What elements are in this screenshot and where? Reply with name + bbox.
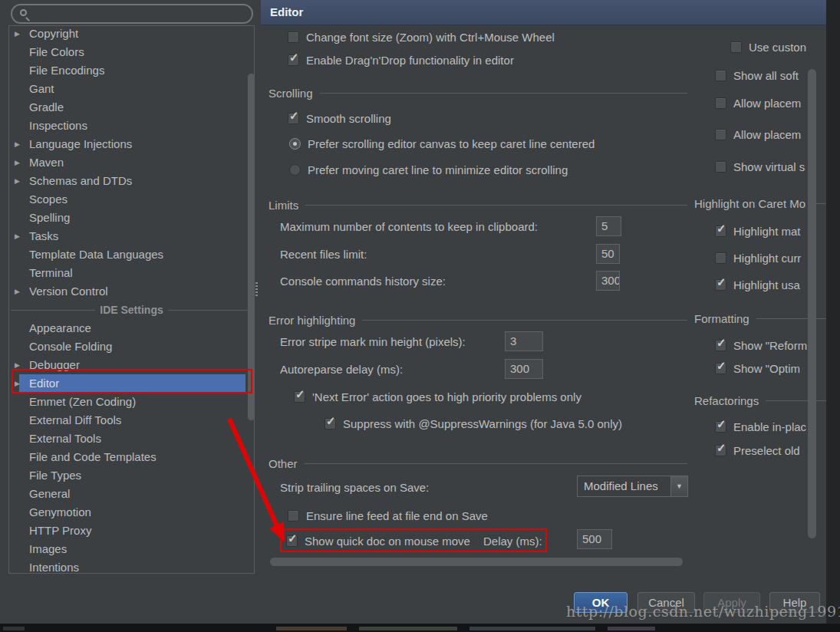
use-custom-checkbox-row[interactable]: Use custon — [730, 38, 806, 56]
clipboard-limit-field[interactable]: 5 — [596, 216, 621, 236]
checkbox[interactable] — [730, 41, 742, 53]
radio-label: Prefer scrolling editor canvas to keep c… — [308, 137, 595, 150]
enable-in-place-checkbox-row[interactable]: ✓ Enable in-plac — [715, 417, 806, 436]
preselect-old-checkbox-row[interactable]: ✓ Preselect old — [715, 441, 800, 459]
sidebar-item-label: Images — [29, 542, 67, 555]
sidebar-item-scopes[interactable]: Scopes — [9, 190, 254, 209]
sidebar-item-file-types[interactable]: File Types — [9, 466, 254, 485]
chevron-right-icon[interactable]: ▶ — [15, 135, 20, 153]
checkbox[interactable]: ✓ — [715, 421, 726, 433]
sidebar-item-copyright[interactable]: ▶Copyright — [9, 25, 254, 43]
sidebar-item-label: Emmet (Zen Coding) — [29, 395, 136, 408]
prefer-moving-caret-radio-row[interactable]: Prefer moving caret line to minimize edi… — [289, 160, 568, 179]
sidebar-item-general[interactable]: General — [9, 485, 254, 503]
checkbox[interactable]: ✓ — [715, 445, 726, 456]
vertical-scrollbar[interactable] — [808, 69, 816, 538]
chevron-right-icon[interactable]: ▶ — [15, 172, 20, 190]
checkbox[interactable]: ✓ — [288, 54, 299, 66]
checkbox[interactable]: ✓ — [288, 113, 299, 124]
sidebar-item-label: HTTP Proxy — [29, 524, 91, 537]
checkbox[interactable] — [288, 31, 299, 43]
sidebar-item-inspections[interactable]: Inspections — [9, 117, 254, 135]
smooth-scrolling-checkbox-row[interactable]: ✓ Smooth scrolling — [288, 109, 391, 127]
sidebar-item-tasks[interactable]: ▶Tasks — [9, 227, 254, 245]
checkbox-label: Suppress with @SuppressWarnings (for Jav… — [343, 417, 622, 430]
chevron-right-icon[interactable]: ▶ — [15, 153, 20, 172]
sidebar-item-intentions[interactable]: Intentions — [9, 558, 254, 574]
sidebar-item-external-diff-tools[interactable]: External Diff Tools — [9, 411, 254, 430]
check-icon: ✓ — [326, 414, 336, 428]
sidebar-item-version-control[interactable]: ▶Version Control — [9, 282, 254, 301]
checkbox[interactable] — [715, 97, 726, 109]
sidebar-item-emmet[interactable]: Emmet (Zen Coding) — [9, 393, 254, 411]
radio-button[interactable] — [289, 138, 301, 150]
sidebar-item-template-data-languages[interactable]: Template Data Languages — [9, 245, 254, 264]
sidebar-item-label: Version Control — [29, 285, 108, 298]
checkbox[interactable]: ✓ — [715, 225, 726, 237]
suppress-warnings-checkbox-row[interactable]: ✓ Suppress with @SuppressWarnings (for J… — [324, 414, 622, 433]
allow-placement-checkbox-row[interactable]: Allow placem — [715, 94, 801, 112]
checkbox[interactable]: ✓ — [324, 418, 336, 430]
settings-search-input[interactable] — [11, 4, 253, 24]
radio-button[interactable] — [289, 164, 301, 176]
autoreparse-delay-field[interactable]: 300 — [505, 359, 543, 379]
checkbox[interactable] — [715, 129, 726, 140]
sidebar-item-label: Scopes — [29, 193, 68, 206]
sidebar-item-appearance[interactable]: Appearance — [9, 319, 254, 337]
checkbox[interactable]: ✓ — [715, 340, 726, 351]
sidebar-item-file-colors[interactable]: File Colors — [9, 43, 254, 61]
error-stripe-height-field[interactable]: 3 — [505, 331, 543, 351]
sidebar-item-maven[interactable]: ▶Maven — [9, 153, 254, 172]
sidebar-item-label: Appearance — [29, 321, 91, 334]
allow-placement2-checkbox-row[interactable]: Allow placem — [715, 125, 801, 143]
enable-dragndrop-checkbox-row[interactable]: ✓ Enable Drag'n'Drop functionality in ed… — [288, 51, 514, 69]
sidebar-item-spelling[interactable]: Spelling — [9, 209, 254, 227]
show-virtual-checkbox-row[interactable]: Show virtual s — [715, 157, 805, 176]
checkbox-label: Enable in-plac — [733, 420, 806, 433]
prefer-scrolling-radio-row[interactable]: Prefer scrolling editor canvas to keep c… — [289, 134, 595, 153]
checkbox[interactable]: ✓ — [715, 279, 726, 291]
highlight-matched-checkbox-row[interactable]: ✓ Highlight mat — [715, 222, 801, 240]
next-error-checkbox-row[interactable]: ✓ 'Next Error' action goes to high prior… — [294, 387, 581, 406]
show-optimize-checkbox-row[interactable]: ✓ Show "Optim — [715, 359, 800, 377]
console-history-size-field[interactable]: 300 — [596, 271, 620, 291]
strip-trailing-spaces-label: Strip trailing spaces on Save: — [280, 481, 429, 494]
sidebar-item-genymotion[interactable]: Genymotion — [9, 503, 254, 522]
quick-doc-delay-field[interactable]: 500 — [577, 529, 612, 549]
highlight-usages-checkbox-row[interactable]: ✓ Highlight usa — [715, 275, 800, 294]
chevron-right-icon[interactable]: ▶ — [15, 282, 20, 301]
checkbox[interactable] — [715, 252, 726, 264]
checkbox[interactable] — [288, 510, 299, 522]
scrolling-group-header: Scrolling — [268, 85, 687, 100]
ensure-line-feed-checkbox-row[interactable]: Ensure line feed at file end on Save — [288, 506, 488, 525]
checkbox[interactable] — [715, 70, 726, 81]
highlight-current-checkbox-row[interactable]: Highlight curr — [715, 249, 801, 267]
sidebar-item-language-injections[interactable]: ▶Language Injections — [9, 135, 254, 153]
sidebar-item-gant[interactable]: Gant — [9, 80, 254, 98]
sidebar-item-file-encodings[interactable]: File Encodings — [9, 61, 254, 80]
checkbox[interactable]: ✓ — [294, 391, 305, 403]
show-all-soft-checkbox-row[interactable]: Show all soft — [715, 66, 799, 84]
change-font-size-checkbox-row[interactable]: Change font size (Zoom) with Ctrl+Mouse … — [288, 28, 555, 46]
sidebar-item-external-tools[interactable]: External Tools — [9, 430, 254, 448]
strip-trailing-spaces-dropdown[interactable]: Modified Lines ▼ — [577, 476, 688, 497]
checkbox[interactable]: ✓ — [715, 363, 726, 374]
sidebar-item-schemas-and-dtds[interactable]: ▶Schemas and DTDs — [9, 172, 254, 190]
radio-label: Prefer moving caret line to minimize edi… — [308, 163, 568, 176]
sidebar-item-file-and-code-templates[interactable]: File and Code Templates — [9, 448, 254, 466]
sidebar-item-gradle[interactable]: Gradle — [9, 98, 254, 117]
sidebar-item-console-folding[interactable]: Console Folding — [9, 337, 254, 356]
chevron-right-icon[interactable]: ▶ — [15, 227, 20, 245]
sidebar-item-images[interactable]: Images — [9, 540, 254, 558]
horizontal-scrollbar[interactable] — [270, 558, 683, 566]
chevron-right-icon[interactable]: ▶ — [15, 25, 20, 43]
sidebar-item-http-proxy[interactable]: HTTP Proxy — [9, 522, 254, 540]
show-reformat-checkbox-row[interactable]: ✓ Show "Reform — [715, 336, 807, 354]
sidebar-item-terminal[interactable]: Terminal — [9, 264, 254, 282]
error-stripe-height-label: Error stripe mark min height (pixels): — [280, 335, 466, 348]
checkbox[interactable] — [715, 161, 726, 173]
chevron-down-icon[interactable]: ▼ — [670, 476, 688, 497]
splitter-grip[interactable] — [255, 282, 258, 296]
checkbox-label: Highlight curr — [733, 252, 801, 265]
recent-files-limit-field[interactable]: 50 — [596, 244, 620, 264]
